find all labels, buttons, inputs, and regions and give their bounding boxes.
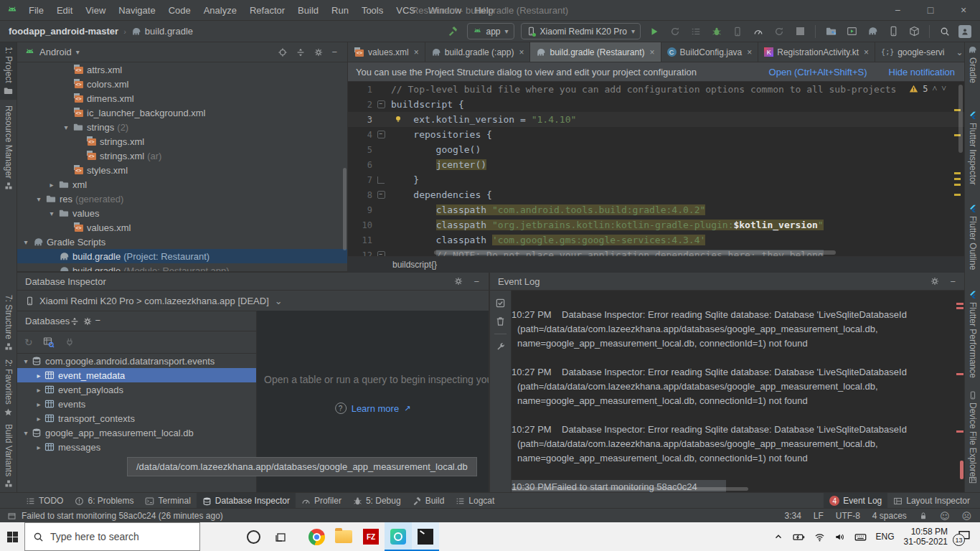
tree-item-build-gradle-project[interactable]: build.gradle(Project: Restaurant): [17, 249, 347, 263]
chevron-right-icon[interactable]: ▸: [33, 386, 44, 394]
mark-all-read-icon[interactable]: [495, 298, 506, 309]
fold-marker-icon[interactable]: −: [377, 100, 385, 108]
tool-stripe-structure[interactable]: 7: Structure: [0, 295, 17, 351]
warning-stripe-mark[interactable]: [954, 184, 961, 186]
tray-chevron-up-icon[interactable]: [773, 532, 783, 542]
toolbar-database-inspector[interactable]: Database Inspector: [197, 493, 296, 509]
error-stripe-mark[interactable]: [956, 430, 963, 433]
keep-connection-icon[interactable]: [65, 337, 75, 347]
db-item-transport-contexts[interactable]: ▸transport_contexts: [17, 411, 256, 425]
run-tasks-icon[interactable]: [689, 24, 703, 39]
breadcrumb-buildscript[interactable]: buildscript{}: [392, 260, 437, 270]
hide-panel-icon[interactable]: −: [331, 47, 337, 57]
tree-item-colors-xml[interactable]: colors.xml: [17, 77, 347, 91]
learn-more-link[interactable]: ? Learn more ↗: [335, 402, 411, 414]
fold-marker-icon[interactable]: −: [377, 131, 385, 138]
toolbar-todo[interactable]: TODO: [20, 493, 69, 509]
db-item-events[interactable]: ▸events: [17, 397, 256, 411]
db-item-datatransport-events[interactable]: ▾com.google.android.datatransport.events: [17, 354, 256, 368]
menu-view[interactable]: View: [79, 5, 112, 16]
toolbar-problems[interactable]: 6: Problems: [69, 493, 139, 509]
editor-horizontal-scrollbar[interactable]: [434, 250, 836, 255]
rerun-button[interactable]: [668, 24, 682, 39]
language-indicator[interactable]: ENG: [876, 532, 895, 542]
toolbar-profiler[interactable]: Profiler: [296, 493, 347, 509]
lock-icon[interactable]: [919, 512, 928, 520]
warning-stripe-mark[interactable]: [954, 194, 961, 196]
tree-item-xml-folder[interactable]: ▸xml: [17, 177, 347, 192]
error-stripe-mark[interactable]: [956, 303, 963, 305]
happy-face-icon[interactable]: ☺: [940, 511, 950, 522]
sad-face-icon[interactable]: ☹: [961, 511, 971, 522]
chevron-down-icon[interactable]: ▾: [33, 195, 44, 203]
tab-values-xml[interactable]: values.xml×: [348, 42, 425, 62]
close-icon[interactable]: ×: [747, 47, 752, 57]
chevron-down-icon[interactable]: ▾: [20, 238, 32, 246]
tool-stripe-flutter-performance[interactable]: Flutter Performance: [965, 291, 980, 378]
taskbar-search[interactable]: Type here to search: [24, 522, 200, 551]
toolbar-debug[interactable]: 5: Debug: [347, 493, 407, 509]
maximize-icon[interactable]: □: [914, 1, 947, 20]
tool-stripe-favorites[interactable]: 2: Favorites: [0, 359, 17, 417]
toolbar-layout-inspector[interactable]: Layout Inspector: [887, 493, 976, 509]
debug-button[interactable]: [710, 24, 724, 39]
profile-avatar[interactable]: [958, 25, 971, 38]
close-icon[interactable]: ×: [519, 47, 524, 57]
toolbar-build[interactable]: Build: [407, 493, 451, 509]
avd-manager-button[interactable]: [844, 24, 859, 39]
gradle-sync-button[interactable]: [865, 24, 880, 39]
touch-keyboard-icon[interactable]: [854, 531, 867, 543]
apply-changes-button[interactable]: [772, 24, 786, 39]
tool-stripe-build-variants[interactable]: Build Variants: [0, 424, 17, 488]
tree-item-values-folder[interactable]: ▾values: [17, 206, 347, 220]
fold-marker-icon[interactable]: −: [377, 251, 385, 256]
capture-layout-button[interactable]: [824, 24, 838, 39]
breadcrumb-file[interactable]: build.gradle: [145, 26, 193, 37]
tree-item-build-gradle-module[interactable]: build.gradle(Module: Restaurant.app): [17, 263, 347, 271]
profiler-button[interactable]: [751, 24, 765, 39]
tree-item-strings-xml[interactable]: strings.xml: [17, 134, 347, 149]
status-message[interactable]: Failed to start monitoring 58ac0c24 (26 …: [22, 511, 223, 521]
trash-icon[interactable]: [495, 316, 506, 326]
fold-marker-icon[interactable]: −: [377, 191, 385, 199]
wrench-icon[interactable]: [496, 342, 506, 352]
task-view-button[interactable]: [267, 522, 294, 551]
menu-tools[interactable]: Tools: [355, 5, 390, 16]
toolbar-terminal[interactable]: Terminal: [139, 493, 196, 509]
file-encoding[interactable]: UTF-8: [836, 511, 860, 521]
tab-registrationactivity-kt[interactable]: KRegistrationActivity.kt×: [758, 42, 875, 62]
warning-stripe-mark[interactable]: [954, 178, 961, 180]
tree-item-res-generated[interactable]: ▾res(generated): [17, 192, 347, 206]
tab-build-gradle-restaurant[interactable]: build.gradle (Restaurant)×: [530, 42, 661, 62]
tab-google-services[interactable]: {;}google-servi: [875, 42, 950, 62]
hide-notification-link[interactable]: Hide notification: [889, 67, 956, 77]
db-item-google-app-measurement[interactable]: ▾google_app_measurement_local.db: [17, 425, 256, 440]
chevron-right-icon[interactable]: ▸: [46, 181, 57, 189]
menu-code[interactable]: Code: [162, 5, 197, 16]
code-editor[interactable]: 1// Top-level build file where you can a…: [348, 82, 965, 256]
tool-stripe-gradle[interactable]: Gradle: [965, 45, 980, 83]
clock[interactable]: 10:58 PM 31-05-2021: [904, 527, 948, 547]
breadcrumb-project[interactable]: foodapp_android-master: [9, 26, 118, 37]
cortana-button[interactable]: [240, 522, 267, 551]
tool-stripe-emulator[interactable]: [965, 476, 980, 484]
gear-icon[interactable]: [453, 276, 463, 286]
close-icon[interactable]: ×: [650, 47, 655, 57]
tool-stripe-flutter-outline[interactable]: Flutter Outline: [965, 204, 980, 270]
hide-panel-icon[interactable]: −: [950, 276, 956, 287]
tool-stripe-project[interactable]: 1: Project: [0, 42, 17, 100]
filezilla-button[interactable]: FZ: [357, 522, 385, 551]
menu-build[interactable]: Build: [291, 5, 325, 16]
chevron-down-icon[interactable]: ▾: [20, 429, 32, 437]
toolbar-logcat[interactable]: Logcat: [450, 493, 500, 509]
menu-file[interactable]: File: [22, 5, 50, 16]
chevron-right-icon[interactable]: ▸: [33, 400, 44, 408]
menu-edit[interactable]: Edit: [50, 5, 79, 16]
warning-stripe-mark[interactable]: [954, 172, 961, 174]
run-query-icon[interactable]: [43, 336, 55, 348]
tree-item-strings-xml-ar[interactable]: strings.xml(ar): [17, 149, 347, 163]
hide-section-icon[interactable]: −: [95, 315, 100, 326]
menu-analyze[interactable]: Analyze: [197, 5, 243, 16]
tab-buildconfig-java[interactable]: CBuildConfig.java×: [661, 42, 759, 62]
line-separator[interactable]: LF: [814, 511, 824, 521]
